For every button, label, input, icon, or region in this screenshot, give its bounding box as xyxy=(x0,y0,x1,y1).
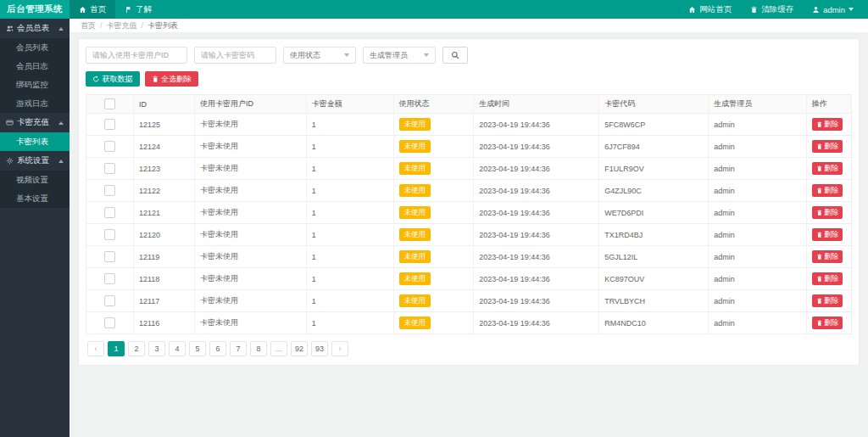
table-row: 12123 卡密未使用 1 未使用 2023-04-19 19:44:36 F1… xyxy=(86,158,851,180)
delete-button[interactable]: 删除 xyxy=(812,118,843,131)
search-button[interactable] xyxy=(442,47,468,64)
delete-button[interactable]: 删除 xyxy=(812,228,843,241)
page-number-button[interactable]: 1 xyxy=(108,341,125,356)
sidebar-group-header[interactable]: 会员总表 xyxy=(0,19,70,38)
row-checkbox[interactable] xyxy=(104,185,115,196)
cell-user-id: 卡密未使用 xyxy=(195,246,307,267)
page-next-button[interactable]: › xyxy=(331,341,348,356)
nav-home-label: 首页 xyxy=(90,4,106,15)
delete-button[interactable]: 删除 xyxy=(812,294,843,307)
nav-site-home-label: 网站首页 xyxy=(699,4,732,15)
delete-button[interactable]: 删除 xyxy=(812,162,843,175)
row-checkbox[interactable] xyxy=(104,317,115,328)
page-number-button[interactable]: 3 xyxy=(148,341,165,356)
cell-admin: admin xyxy=(709,312,806,333)
trash-icon xyxy=(816,320,823,327)
delete-button[interactable]: 删除 xyxy=(812,140,843,153)
nav-about[interactable]: 了解 xyxy=(115,0,161,19)
trash-icon xyxy=(816,254,823,261)
breadcrumb-item[interactable]: 卡密充值 xyxy=(107,20,137,31)
content-card: 使用状态 生成管理员 获取数据 xyxy=(78,38,860,366)
page-number-button[interactable]: 4 xyxy=(169,341,186,356)
table-row: 12117 卡密未使用 1 未使用 2023-04-19 19:44:36 TR… xyxy=(86,290,851,312)
cell-admin: admin xyxy=(709,224,806,245)
row-checkbox[interactable] xyxy=(104,163,115,174)
breadcrumb-item[interactable]: 首页 xyxy=(81,20,96,31)
row-checkbox[interactable] xyxy=(104,251,115,262)
select-all-checkbox[interactable] xyxy=(104,98,115,109)
row-checkbox[interactable] xyxy=(104,295,115,306)
sidebar-item[interactable]: 绑码监控 xyxy=(0,76,70,94)
cell-created-time: 2023-04-19 19:44:36 xyxy=(474,268,599,289)
delete-button[interactable]: 删除 xyxy=(812,250,843,263)
page-number-button[interactable]: 93 xyxy=(311,341,328,356)
delete-button[interactable]: 删除 xyxy=(812,206,843,219)
sidebar-item[interactable]: 基本设置 xyxy=(0,189,70,208)
sidebar-item[interactable]: 游戏日志 xyxy=(0,94,70,113)
cell-card-code: TRVLBYCH xyxy=(599,290,709,311)
table-header-row: ID 使用卡密用户ID 卡密金额 使用状态 生成时间 卡密代码 生成管理员 操作 xyxy=(86,95,851,114)
status-badge: 未使用 xyxy=(399,206,431,219)
nav-site-home[interactable]: 网站首页 xyxy=(679,0,741,19)
batch-delete-label: 全选删除 xyxy=(161,74,192,85)
delete-button[interactable]: 删除 xyxy=(812,272,843,285)
row-checkbox[interactable] xyxy=(104,207,115,218)
table-row: 12124 卡密未使用 1 未使用 2023-04-19 19:44:36 6J… xyxy=(86,136,851,158)
admin-select[interactable]: 生成管理员 xyxy=(363,47,436,64)
sidebar-item[interactable]: 卡密列表 xyxy=(0,132,70,151)
page-number-button[interactable]: 2 xyxy=(128,341,145,356)
page-number-button[interactable]: 5 xyxy=(189,341,206,356)
trash-icon xyxy=(816,143,823,150)
home-icon xyxy=(79,6,86,14)
sidebar-submenu: 会员列表会员日志绑码监控游戏日志 xyxy=(0,38,70,113)
cell-created-time: 2023-04-19 19:44:36 xyxy=(474,114,599,135)
delete-button-label: 删除 xyxy=(824,143,838,150)
cell-admin: admin xyxy=(709,114,806,135)
cell-user-id: 卡密未使用 xyxy=(195,312,307,333)
cell-user-id: 卡密未使用 xyxy=(195,158,307,179)
page-number-button[interactable]: 6 xyxy=(209,341,226,356)
trash-icon xyxy=(816,165,823,172)
page-prev-button[interactable]: ‹ xyxy=(87,341,104,356)
row-checkbox[interactable] xyxy=(104,229,115,240)
cell-id: 12120 xyxy=(134,224,195,245)
fetch-data-button[interactable]: 获取数据 xyxy=(86,71,140,87)
cell-created-time: 2023-04-19 19:44:36 xyxy=(474,202,599,223)
page-number-button[interactable]: 8 xyxy=(250,341,267,356)
batch-delete-button[interactable]: 全选删除 xyxy=(145,71,199,87)
row-checkbox[interactable] xyxy=(104,273,115,284)
nav-home[interactable]: 首页 xyxy=(70,0,115,19)
sidebar: 会员总表会员列表会员日志绑码监控游戏日志卡密充值卡密列表系统设置视频设置基本设置 xyxy=(0,19,70,437)
chevron-down-icon xyxy=(849,8,854,11)
nav-about-label: 了解 xyxy=(136,4,152,15)
status-badge: 未使用 xyxy=(399,140,431,153)
cell-amount: 1 xyxy=(307,180,394,201)
card-code-input[interactable] xyxy=(194,47,276,64)
page-number-button[interactable]: 92 xyxy=(291,341,308,356)
delete-button-label: 删除 xyxy=(824,165,838,172)
breadcrumb-separator: / xyxy=(100,21,103,30)
filter-bar: 使用状态 生成管理员 xyxy=(86,47,852,64)
topnav-left: 首页 了解 xyxy=(70,0,161,19)
nav-clear-cache[interactable]: 清除缓存 xyxy=(741,0,803,19)
user-id-input[interactable] xyxy=(86,47,187,64)
cell-id: 12122 xyxy=(134,180,195,201)
delete-button[interactable]: 删除 xyxy=(812,184,843,197)
row-checkbox[interactable] xyxy=(104,141,115,152)
breadcrumb: 首页/卡密充值/卡密列表 xyxy=(70,19,868,33)
sidebar-group-header[interactable]: 系统设置 xyxy=(0,151,70,171)
sidebar-group-label: 卡密充值 xyxy=(17,117,49,128)
status-badge: 未使用 xyxy=(399,118,431,131)
sidebar-item[interactable]: 会员列表 xyxy=(0,38,70,57)
sidebar-group-header[interactable]: 卡密充值 xyxy=(0,113,70,132)
delete-button-label: 删除 xyxy=(824,209,838,216)
user-menu[interactable]: admin xyxy=(803,0,863,19)
delete-button[interactable]: 删除 xyxy=(812,317,843,329)
page-ellipsis[interactable]: … xyxy=(270,341,287,356)
sidebar-item[interactable]: 视频设置 xyxy=(0,171,70,189)
row-checkbox[interactable] xyxy=(104,119,115,130)
table-row: 12119 卡密未使用 1 未使用 2023-04-19 19:44:36 5G… xyxy=(86,246,851,268)
sidebar-item[interactable]: 会员日志 xyxy=(0,57,70,76)
status-select[interactable]: 使用状态 xyxy=(283,47,356,64)
page-number-button[interactable]: 7 xyxy=(230,341,247,356)
